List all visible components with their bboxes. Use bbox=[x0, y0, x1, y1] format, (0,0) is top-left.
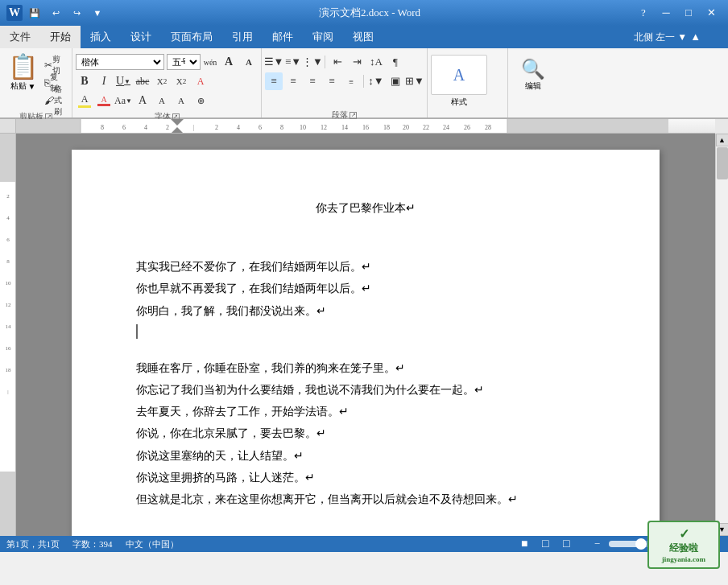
align-center-button[interactable]: ≡ bbox=[284, 72, 302, 90]
font-size-select[interactable]: 五号 bbox=[167, 54, 201, 70]
menu-item-design[interactable]: 设计 bbox=[121, 26, 161, 48]
svg-text:6: 6 bbox=[122, 124, 126, 131]
para-1: 其实我已经不爱你了，在我们结婚两年以后。↵ bbox=[136, 257, 595, 277]
highlight-button[interactable]: A bbox=[95, 92, 113, 109]
menu-item-view[interactable]: 视图 bbox=[343, 26, 383, 48]
strikethrough-button[interactable]: abc bbox=[134, 72, 151, 90]
restore-button[interactable]: □ bbox=[678, 4, 699, 22]
font-family-select[interactable]: 楷体 bbox=[76, 54, 164, 70]
para-row3 bbox=[265, 92, 424, 108]
decrease-indent-button[interactable]: ⇤ bbox=[329, 53, 346, 71]
style-group-top: A 样式 bbox=[431, 51, 504, 114]
undo-quick-btn[interactable]: ↩ bbox=[47, 4, 64, 22]
paragraph-expand-icon[interactable]: ↗ bbox=[350, 112, 357, 119]
clipboard-group: 📋 粘贴▼ ✂ 剪切 ⎘ 复制 🖌 格式刷 剪贴板 ↗ bbox=[0, 48, 72, 117]
svg-text:8: 8 bbox=[280, 124, 283, 131]
menu-item-review[interactable]: 审阅 bbox=[303, 26, 343, 48]
page-info: 第1页，共1页 bbox=[6, 538, 60, 550]
italic-button[interactable]: I bbox=[95, 72, 113, 90]
sort-button[interactable]: ↕A bbox=[367, 53, 385, 71]
menu-item-file[interactable]: 文件 bbox=[0, 26, 40, 48]
svg-text:10: 10 bbox=[6, 280, 12, 286]
scroll-up-button[interactable]: ▲ bbox=[716, 134, 729, 146]
language: 中文（中国） bbox=[126, 538, 179, 550]
svg-text:4: 4 bbox=[144, 124, 147, 131]
change-case-button[interactable]: Aa▼ bbox=[114, 92, 132, 109]
underline-button[interactable]: U▼ bbox=[114, 72, 132, 90]
line-spacing-button[interactable]: ↕▼ bbox=[367, 72, 385, 90]
minimize-button[interactable]: ─ bbox=[656, 4, 676, 22]
font-increase-btn[interactable]: A bbox=[220, 53, 238, 71]
view-buttons: ■ □ □ bbox=[515, 535, 575, 553]
align-right-button[interactable]: ≡ bbox=[304, 72, 321, 90]
scroll-track[interactable] bbox=[716, 146, 729, 523]
para-7: 你说，你在北京呆腻了，要去巴黎。↵ bbox=[136, 423, 595, 443]
multilevel-list-button[interactable]: ⋮▼ bbox=[304, 53, 321, 71]
help-button[interactable]: ? bbox=[633, 4, 654, 22]
svg-text:4: 4 bbox=[6, 215, 10, 221]
vertical-scrollbar[interactable]: ▲ ▼ bbox=[715, 134, 728, 536]
paste-label: 粘贴▼ bbox=[10, 80, 36, 92]
justify-button[interactable]: ≡ bbox=[323, 72, 341, 90]
redo-quick-btn[interactable]: ↪ bbox=[68, 4, 85, 22]
zoom-handle[interactable] bbox=[635, 538, 647, 550]
font-size-up-btn2[interactable]: A bbox=[134, 92, 151, 109]
svg-text:2: 2 bbox=[215, 124, 218, 131]
superscript-button[interactable]: X2 bbox=[172, 72, 190, 90]
style-preview[interactable]: A bbox=[431, 55, 487, 95]
web-view-btn[interactable]: □ bbox=[557, 535, 575, 553]
word-app-icon[interactable]: W bbox=[6, 5, 23, 21]
font-decrease-btn[interactable]: A bbox=[240, 53, 258, 71]
menu-item-mail[interactable]: 邮件 bbox=[263, 26, 303, 48]
clear-format-button[interactable]: A bbox=[172, 92, 190, 109]
font-row1: 楷体 五号 wén A A bbox=[76, 53, 258, 71]
main-content: 2 4 6 8 10 12 14 16 18 | 你去了巴黎作业本↵ bbox=[0, 134, 728, 536]
format-painter-button[interactable]: 🖌 格式刷 bbox=[44, 92, 62, 109]
increase-indent-button[interactable]: ⇥ bbox=[348, 53, 366, 71]
close-button[interactable]: ✕ bbox=[701, 4, 722, 22]
title-bar: W 💾 ↩ ↪ ▼ 演示文档2.docx - Word ? ─ □ ✕ bbox=[0, 0, 728, 26]
text-highlight-button[interactable]: A bbox=[192, 72, 209, 90]
empty-line-1 bbox=[136, 225, 595, 241]
ribbon: 📋 粘贴▼ ✂ 剪切 ⎘ 复制 🖌 格式刷 剪贴板 ↗ bbox=[0, 48, 728, 119]
shading-button[interactable]: ▣ bbox=[387, 72, 404, 90]
editing-button[interactable]: 🔍 编辑 bbox=[511, 55, 555, 95]
menu-item-layout[interactable]: 页面布局 bbox=[161, 26, 222, 48]
align-left-button[interactable]: ≡ bbox=[265, 72, 283, 90]
numbered-list-button[interactable]: ≡▼ bbox=[284, 53, 302, 71]
zoom-out-btn[interactable]: − bbox=[588, 535, 606, 553]
paste-button[interactable]: 📋 粘贴▼ bbox=[3, 51, 43, 109]
word-count: 字数：394 bbox=[72, 538, 113, 550]
wn-button[interactable]: wén bbox=[203, 53, 217, 71]
ruler-corner[interactable] bbox=[0, 119, 16, 134]
document-page[interactable]: 你去了巴黎作业本↵ 其实我已经不爱你了，在我们结婚两年以后。↵ 你也早就不再爱我… bbox=[72, 150, 660, 536]
svg-text:8: 8 bbox=[101, 124, 104, 131]
menu-item-references[interactable]: 引用 bbox=[222, 26, 263, 48]
title-bar-controls: ? ─ □ ✕ bbox=[633, 4, 722, 22]
svg-text:20: 20 bbox=[403, 124, 409, 131]
menu-item-home[interactable]: 开始 bbox=[40, 26, 81, 48]
scroll-thumb[interactable] bbox=[717, 147, 728, 179]
para-4: 我睡在客厅，你睡在卧室，我们养的狗来在笼子里。↵ bbox=[136, 358, 595, 378]
show-marks-button[interactable]: ¶ bbox=[387, 53, 404, 71]
document-area[interactable]: 你去了巴黎作业本↵ 其实我已经不爱你了，在我们结婚两年以后。↵ 你也早就不再爱我… bbox=[16, 134, 715, 536]
customize-quick-btn[interactable]: ▼ bbox=[89, 4, 106, 22]
font-size-down-btn2[interactable]: A bbox=[153, 92, 171, 109]
read-view-btn[interactable]: □ bbox=[536, 535, 554, 553]
distributed-button[interactable]: ≡ bbox=[342, 72, 360, 90]
print-view-btn[interactable]: ■ bbox=[515, 535, 533, 553]
svg-text:14: 14 bbox=[341, 124, 348, 131]
collapse-ribbon-btn[interactable]: ▲ bbox=[687, 31, 704, 43]
font-color-button[interactable]: A bbox=[76, 92, 93, 109]
ruler-scrollbar-corner bbox=[715, 119, 728, 134]
document-title: 你去了巴黎作业本↵ bbox=[136, 198, 595, 218]
empty-line-5 bbox=[136, 527, 595, 536]
borders-button[interactable]: ⊞▼ bbox=[406, 72, 424, 90]
paragraph-group-top: ☰▼ ≡▼ ⋮▼ ⇤ ⇥ ↕A ¶ ≡ ≡ ≡ ≡ ≡ ↕▼ bbox=[265, 51, 424, 108]
subscript-button[interactable]: X2 bbox=[153, 72, 171, 90]
bullet-list-button[interactable]: ☰▼ bbox=[265, 53, 283, 71]
text-effect-button[interactable]: ⊕ bbox=[192, 92, 209, 109]
menu-item-insert[interactable]: 插入 bbox=[81, 26, 121, 48]
save-quick-btn[interactable]: 💾 bbox=[26, 4, 43, 22]
bold-button[interactable]: B bbox=[76, 72, 93, 90]
